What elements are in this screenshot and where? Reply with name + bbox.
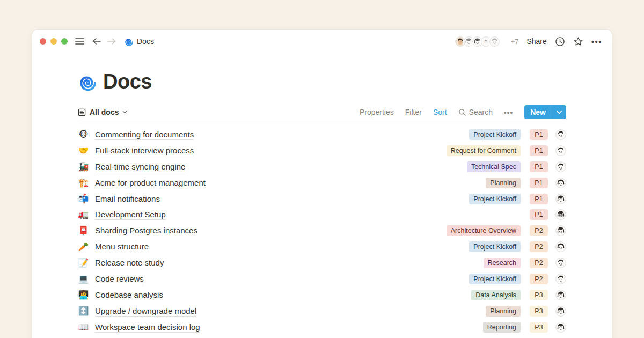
doc-type-tag[interactable]: Research (484, 258, 521, 268)
doc-title-link[interactable]: Codebase analysis (95, 290, 163, 300)
assignee-avatar[interactable] (555, 290, 566, 300)
doc-row-meta: Research P2 (484, 258, 567, 268)
zoom-window-button[interactable] (61, 38, 68, 45)
traffic-lights (40, 38, 68, 45)
doc-type-tag[interactable]: Architecture Overview (447, 225, 521, 236)
titlebar-more-icon[interactable]: ••• (591, 37, 602, 46)
doc-title-link[interactable]: Sharding Postgres instances (95, 225, 197, 236)
svg-text:P: P (484, 39, 487, 45)
priority-badge[interactable]: P1 (530, 129, 548, 140)
priority-badge[interactable]: P3 (530, 290, 548, 300)
assignee-avatar[interactable] (555, 225, 566, 236)
assignee-avatar[interactable] (555, 209, 566, 220)
doc-type-tag[interactable]: Planning (486, 306, 521, 317)
doc-row[interactable]: 🚛 Development Setup P1 (78, 207, 566, 223)
app-window: Docs P +7 Share ••• Docs (32, 30, 612, 338)
doc-title-link[interactable]: Real-time syncing engine (95, 161, 185, 172)
assignee-avatar[interactable] (555, 129, 566, 140)
doc-type-tag[interactable]: Project Kickoff (469, 129, 521, 140)
priority-badge[interactable]: P3 (530, 306, 548, 317)
assignee-avatar[interactable] (555, 274, 566, 284)
doc-emoji-icon: 🚂 (78, 163, 89, 171)
doc-row-meta: Planning P1 (486, 178, 566, 188)
doc-list: 🐵 Commenting for documents Project Kicko… (78, 127, 566, 338)
assignee-avatar[interactable] (555, 258, 566, 268)
collaborator-avatar-stack[interactable]: P (454, 35, 501, 48)
doc-row[interactable]: 🥕 Menu structure Project Kickoff P2 (78, 239, 566, 255)
search-icon (458, 108, 466, 116)
doc-title-link[interactable]: Code reviews (95, 274, 144, 284)
doc-row[interactable]: 💻 Code reviews Project Kickoff P2 (78, 271, 566, 287)
assignee-avatar[interactable] (555, 178, 566, 188)
filter-button[interactable]: Filter (405, 108, 422, 116)
toolbar-divider (78, 123, 566, 123)
priority-badge[interactable]: P3 (530, 322, 548, 333)
priority-badge[interactable]: P2 (530, 225, 548, 236)
forward-arrow-icon[interactable] (107, 37, 116, 46)
priority-badge[interactable]: P1 (530, 178, 548, 188)
view-switcher[interactable]: All docs (78, 108, 127, 116)
doc-row[interactable]: 📝 Release note study Research P2 (78, 255, 566, 271)
new-dropdown-button[interactable] (552, 105, 566, 119)
doc-row[interactable]: ↕️ Upgrade / downgrade model Planning P3 (78, 303, 566, 319)
doc-row[interactable]: 📬 Email notifications Project Kickoff P1 (78, 191, 566, 207)
minimize-window-button[interactable] (50, 38, 57, 45)
assignee-avatar[interactable] (555, 322, 566, 333)
doc-type-tag[interactable]: Reporting (483, 322, 521, 333)
doc-type-tag[interactable]: Planning (486, 178, 521, 188)
doc-row[interactable]: 👩‍💻 Codebase analysis Data Analysis P3 (78, 287, 566, 303)
doc-row[interactable]: 🤝 Full-stack interview process Request f… (78, 143, 566, 159)
priority-badge[interactable]: P1 (530, 209, 548, 220)
doc-title-link[interactable]: Email notifications (95, 194, 160, 204)
doc-type-tag[interactable]: Project Kickoff (469, 241, 521, 252)
priority-badge[interactable]: P2 (530, 258, 548, 268)
assignee-avatar[interactable] (555, 241, 566, 252)
assignee-avatar[interactable] (555, 145, 566, 156)
breadcrumb[interactable]: Docs (124, 37, 154, 46)
doc-type-tag[interactable]: Data Analysis (471, 290, 521, 300)
doc-title-link[interactable]: Commenting for documents (95, 129, 194, 140)
doc-row[interactable]: 🚂 Real-time syncing engine Technical Spe… (78, 159, 566, 175)
priority-badge[interactable]: P2 (530, 241, 548, 252)
doc-type-tag[interactable]: Request for Comment (447, 145, 521, 156)
priority-badge[interactable]: P1 (530, 194, 548, 204)
assignee-avatar[interactable] (555, 194, 566, 204)
doc-row[interactable]: 🐵 Commenting for documents Project Kicko… (78, 127, 566, 143)
doc-emoji-icon: 📖 (78, 323, 89, 332)
priority-badge[interactable]: P1 (530, 161, 548, 172)
doc-row[interactable]: 🐢 Performance feedback Research P3 (78, 335, 566, 338)
new-button-group: New (524, 105, 566, 119)
doc-type-tag[interactable]: Project Kickoff (469, 194, 521, 204)
chevron-down-icon (122, 111, 127, 114)
share-button[interactable]: Share (526, 37, 546, 46)
new-button[interactable]: New (524, 105, 552, 119)
doc-title-link[interactable]: Release note study (95, 258, 164, 268)
sort-button[interactable]: Sort (433, 108, 447, 116)
chevron-down-icon (557, 111, 562, 114)
priority-badge[interactable]: P1 (530, 145, 548, 156)
doc-type-tag[interactable]: Project Kickoff (469, 274, 521, 284)
close-window-button[interactable] (40, 38, 46, 45)
assignee-avatar[interactable] (555, 161, 566, 172)
doc-emoji-icon: 🐵 (78, 130, 89, 139)
doc-title-link[interactable]: Acme for product management (95, 178, 206, 188)
doc-row[interactable]: 📮 Sharding Postgres instances Architectu… (78, 223, 566, 239)
doc-title-link[interactable]: Menu structure (95, 241, 149, 252)
doc-row[interactable]: 🏗️ Acme for product management Planning … (78, 175, 566, 191)
priority-badge[interactable]: P2 (530, 274, 548, 284)
doc-title-link[interactable]: Full-stack interview process (95, 145, 194, 156)
favorite-star-icon[interactable] (573, 36, 583, 47)
search-button[interactable]: Search (458, 108, 493, 116)
doc-type-tag[interactable]: Technical Spec (467, 161, 521, 172)
back-arrow-icon[interactable] (92, 37, 101, 46)
doc-title-link[interactable]: Upgrade / downgrade model (95, 306, 196, 317)
doc-row[interactable]: 📖 Workspace team decision log Reporting … (78, 319, 566, 335)
sidebar-menu-icon[interactable] (75, 38, 84, 45)
history-clock-icon[interactable] (555, 36, 565, 47)
properties-button[interactable]: Properties (360, 108, 394, 116)
doc-title-link[interactable]: Development Setup (95, 209, 166, 220)
doc-title-link[interactable]: Workspace team decision log (95, 322, 200, 333)
view-more-icon[interactable]: ••• (504, 108, 513, 116)
collaborator-avatar[interactable] (488, 35, 501, 48)
assignee-avatar[interactable] (555, 306, 566, 317)
